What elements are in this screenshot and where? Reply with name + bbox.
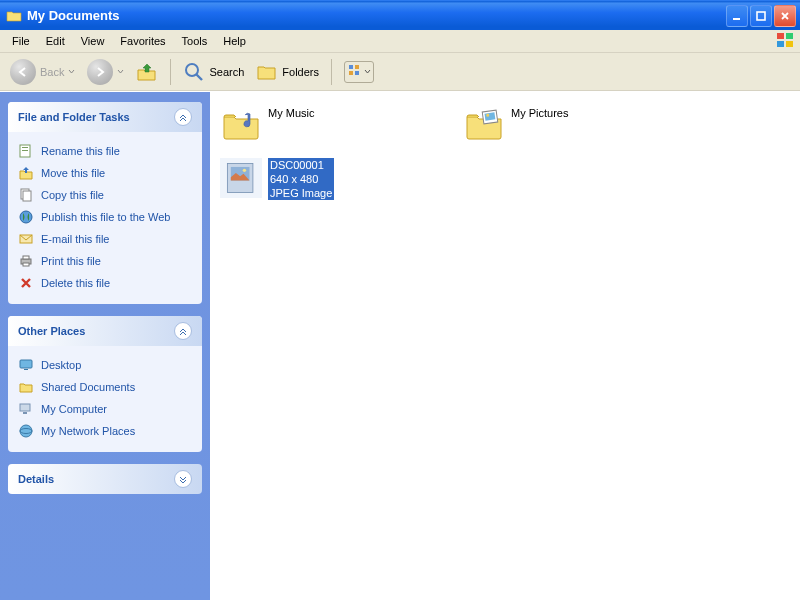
svg-point-16: [20, 211, 32, 223]
item-name: My Pictures: [511, 106, 568, 120]
task-label: Copy this file: [41, 189, 104, 201]
folders-button[interactable]: Folders: [252, 58, 323, 86]
views-icon: [348, 64, 362, 80]
other-places-panel: Other Places Desktop Shared Documents My…: [8, 316, 202, 452]
svg-rect-21: [20, 360, 32, 368]
svg-rect-28: [484, 112, 495, 120]
menu-view[interactable]: View: [73, 32, 113, 50]
title-bar: My Documents: [0, 0, 800, 30]
collapse-button[interactable]: [174, 322, 192, 340]
back-arrow-icon: [10, 59, 36, 85]
place-label: My Network Places: [41, 425, 135, 437]
music-folder-icon: [220, 104, 262, 144]
search-button[interactable]: Search: [179, 58, 248, 86]
search-icon: [183, 61, 205, 83]
collapse-button[interactable]: [174, 108, 192, 126]
svg-rect-0: [733, 18, 740, 20]
panel-header[interactable]: Other Places: [8, 316, 202, 346]
chevron-up-icon: [178, 112, 188, 122]
task-pane: File and Folder Tasks Rename this file M…: [0, 92, 210, 600]
place-network[interactable]: My Network Places: [18, 420, 192, 442]
place-label: Desktop: [41, 359, 81, 371]
panel-title: Details: [18, 473, 54, 485]
separator: [331, 59, 332, 85]
rename-file-task[interactable]: Rename this file: [18, 140, 192, 162]
expand-button[interactable]: [174, 470, 192, 488]
folders-label: Folders: [282, 66, 319, 78]
panel-header[interactable]: Details: [8, 464, 202, 494]
task-label: Publish this file to the Web: [41, 211, 170, 223]
svg-rect-2: [777, 33, 784, 39]
menu-bar: File Edit View Favorites Tools Help: [0, 30, 800, 53]
delete-file-task[interactable]: Delete this file: [18, 272, 192, 294]
copy-icon: [18, 187, 34, 203]
back-label: Back: [40, 66, 64, 78]
desktop-icon: [18, 357, 34, 373]
svg-rect-7: [349, 65, 353, 69]
folder-item-my-pictures[interactable]: My Pictures: [463, 104, 688, 152]
item-type: JPEG Image: [270, 186, 332, 200]
menu-tools[interactable]: Tools: [174, 32, 216, 50]
move-icon: [18, 165, 34, 181]
svg-rect-23: [20, 404, 30, 411]
views-button[interactable]: [340, 58, 378, 86]
menu-help[interactable]: Help: [215, 32, 254, 50]
folder-up-icon: [136, 61, 158, 83]
menu-file[interactable]: File: [4, 32, 38, 50]
task-label: Delete this file: [41, 277, 110, 289]
svg-rect-22: [24, 369, 28, 370]
details-panel: Details: [8, 464, 202, 494]
svg-rect-15: [23, 191, 31, 201]
email-file-task[interactable]: E-mail this file: [18, 228, 192, 250]
svg-rect-12: [22, 147, 28, 148]
place-label: My Computer: [41, 403, 107, 415]
copy-file-task[interactable]: Copy this file: [18, 184, 192, 206]
svg-rect-1: [757, 12, 765, 20]
menu-edit[interactable]: Edit: [38, 32, 73, 50]
chevron-up-icon: [178, 326, 188, 336]
panel-title: Other Places: [18, 325, 85, 337]
file-item-selected[interactable]: DSC00001 640 x 480 JPEG Image: [220, 158, 445, 206]
move-file-task[interactable]: Move this file: [18, 162, 192, 184]
task-label: E-mail this file: [41, 233, 109, 245]
close-button[interactable]: [774, 5, 796, 27]
svg-point-32: [243, 169, 246, 172]
svg-rect-5: [786, 41, 793, 47]
svg-point-6: [186, 64, 198, 76]
svg-rect-10: [355, 71, 359, 75]
print-file-task[interactable]: Print this file: [18, 250, 192, 272]
network-icon: [18, 423, 34, 439]
publish-file-task[interactable]: Publish this file to the Web: [18, 206, 192, 228]
menu-favorites[interactable]: Favorites: [112, 32, 173, 50]
chevron-down-icon: [117, 68, 124, 75]
panel-header[interactable]: File and Folder Tasks: [8, 102, 202, 132]
panel-title: File and Folder Tasks: [18, 111, 130, 123]
task-label: Move this file: [41, 167, 105, 179]
folder-view[interactable]: My Music My Pictures DSC00001 640 x 480 …: [210, 92, 800, 600]
chevron-down-icon: [364, 68, 371, 75]
item-name: DSC00001: [270, 158, 332, 172]
folder-item-my-music[interactable]: My Music: [220, 104, 445, 152]
search-label: Search: [209, 66, 244, 78]
item-dimensions: 640 x 480: [270, 172, 332, 186]
svg-rect-8: [355, 65, 359, 69]
back-button[interactable]: Back: [6, 56, 79, 88]
place-desktop[interactable]: Desktop: [18, 354, 192, 376]
svg-rect-4: [777, 41, 784, 47]
forward-button[interactable]: [83, 56, 128, 88]
maximize-button[interactable]: [750, 5, 772, 27]
place-label: Shared Documents: [41, 381, 135, 393]
globe-icon: [18, 209, 34, 225]
chevron-down-icon: [178, 474, 188, 484]
svg-rect-9: [349, 71, 353, 75]
place-my-computer[interactable]: My Computer: [18, 398, 192, 420]
item-name: My Music: [268, 106, 314, 120]
place-shared-documents[interactable]: Shared Documents: [18, 376, 192, 398]
file-folder-tasks-panel: File and Folder Tasks Rename this file M…: [8, 102, 202, 304]
svg-rect-19: [23, 256, 29, 259]
svg-rect-3: [786, 33, 793, 39]
folder-icon: [18, 379, 34, 395]
folder-icon: [6, 8, 22, 24]
minimize-button[interactable]: [726, 5, 748, 27]
up-button[interactable]: [132, 58, 162, 86]
